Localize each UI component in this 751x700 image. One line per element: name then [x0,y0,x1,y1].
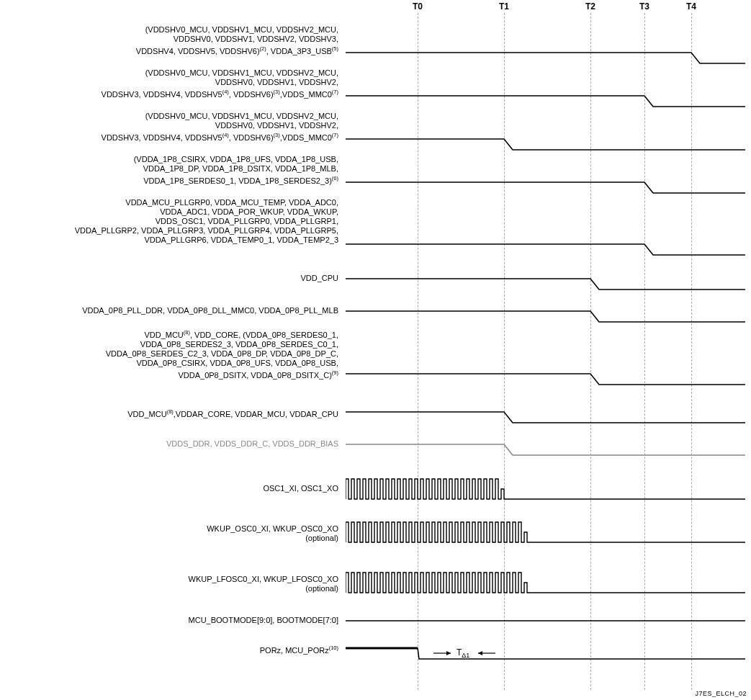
signal-label: WKUP_LFOSC0_XI, WKUP_LFOSC0_XO(optional) [0,575,338,593]
waveform [346,302,745,331]
signal-label: MCU_BOOTMODE[9:0], BOOTMODE[7:0] [0,616,338,625]
time-label-t4: T4 [680,1,702,12]
signal-label: VDD_MCU(8),VDDAR_CORE, VDDAR_MCU, VDDAR_… [0,407,338,419]
waveform [346,614,745,642]
svg-marker-1 [446,651,451,655]
delta-annotation: TΔ1 [432,647,497,662]
signal-label: VDDA_MCU_PLLGRP0, VDDA_MCU_TEMP, VDDA_AD… [0,198,338,245]
time-label-t1: T1 [493,1,515,12]
waveform [346,641,745,670]
signal-label: PORz, MCU_PORz(10) [0,643,338,655]
waveform [346,155,745,197]
waveform [346,270,745,299]
waveform [346,569,745,598]
signal-label: VDD_MCU(8), VDD_CORE, (VDDA_0P8_SERDES0_… [0,328,338,380]
waveform [346,519,745,547]
waveform [346,112,745,154]
signal-label: VDDS_DDR, VDDS_DDR_C, VDDS_DDR_BIAS [0,439,338,449]
signal-label: VDD_CPU [0,274,338,283]
waveform [346,328,745,389]
signal-label: VDDA_0P8_PLL_DDR, VDDA_0P8_DLL_MMC0, VDD… [0,306,338,315]
signal-label: (VDDSHV0_MCU, VDDSHV1_MCU, VDDSHV2_MCU,V… [0,68,338,99]
waveform [346,475,745,504]
time-label-t3: T3 [634,1,655,12]
signal-label: (VDDSHV0_MCU, VDDSHV1_MCU, VDDSHV2_MCU,V… [0,112,338,143]
timing-diagram: { "time_markers": [ {"id":"T0","label":"… [0,0,751,700]
signal-label: (VDDA_1P8_CSIRX, VDDA_1P8_UFS, VDDA_1P8_… [0,155,338,186]
signal-label: (VDDSHV0_MCU, VDDSHV1_MCU, VDDSHV2_MCU,V… [0,25,338,56]
waveform [346,403,745,432]
waveform [346,68,745,111]
time-label-t2: T2 [580,1,601,12]
delta-label: TΔ1 [457,647,469,659]
waveform [346,198,745,259]
signal-label: OSC1_XI, OSC1_XO [0,484,338,493]
figure-id: J7ES_ELCH_02 [695,690,747,697]
svg-marker-3 [478,651,482,655]
waveform [346,25,745,68]
signal-label: WKUP_OSC0_XI, WKUP_OSC0_XO(optional) [0,524,338,543]
waveform [346,436,745,465]
time-label-t0: T0 [407,1,428,12]
